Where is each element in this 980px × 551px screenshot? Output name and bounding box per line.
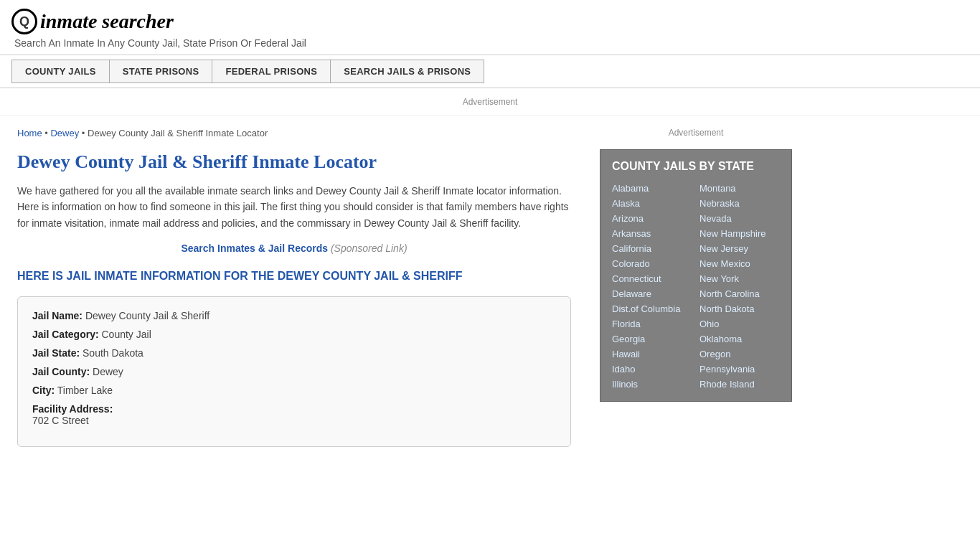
state-link[interactable]: Nevada [699, 212, 780, 225]
breadcrumb-current: Dewey County Jail & Sheriff Inmate Locat… [88, 128, 268, 138]
page-title: Dewey County Jail & Sheriff Inmate Locat… [17, 151, 571, 173]
state-link[interactable]: New York [699, 272, 780, 286]
breadcrumb: Home • Dewey • Dewey County Jail & Sheri… [17, 128, 571, 138]
sponsored-link-area: Search Inmates & Jail Records (Sponsored… [17, 242, 571, 254]
sponsored-link[interactable]: Search Inmates & Jail Records [181, 242, 328, 254]
logo-text: inmate searcher [40, 10, 174, 33]
state-link[interactable]: New Hampshire [699, 227, 780, 240]
county-jails-by-state-box: COUNTY JAILS BY STATE AlabamaMontanaAlas… [600, 149, 792, 402]
state-link[interactable]: Oklahoma [699, 332, 780, 346]
state-link[interactable]: Connecticut [612, 272, 692, 286]
city-value: Timber Lake [57, 385, 113, 396]
nav-county-jails[interactable]: COUNTY JAILS [11, 60, 110, 83]
state-link[interactable]: Montana [699, 182, 780, 195]
page-description: We have gathered for you all the availab… [17, 183, 571, 231]
jail-name-row: Jail Name: Dewey County Jail & Sheriff [32, 310, 556, 321]
state-link[interactable]: Dist.of Columbia [612, 302, 692, 316]
jail-category-row: Jail Category: County Jail [32, 329, 556, 340]
logo-area: Q inmate searcher [11, 9, 969, 34]
state-link[interactable]: Idaho [612, 362, 692, 376]
content-area: Home • Dewey • Dewey County Jail & Sheri… [0, 116, 588, 458]
state-link[interactable]: Nebraska [699, 197, 780, 210]
nav-bar: COUNTY JAILS STATE PRISONS FEDERAL PRISO… [0, 55, 980, 88]
jail-category-label: Jail Category: [32, 329, 99, 340]
states-grid: AlabamaMontanaAlaskaNebraskaArizonaNevad… [612, 182, 780, 391]
state-link[interactable]: New Jersey [699, 242, 780, 255]
jail-state-value: South Dakota [83, 347, 143, 359]
city-label: City: [32, 385, 55, 396]
nav-federal-prisons[interactable]: FEDERAL PRISONS [212, 60, 331, 83]
sponsored-suffix: (Sponsored Link) [331, 242, 407, 254]
state-link[interactable]: California [612, 242, 692, 255]
sidebar: Advertisement COUNTY JAILS BY STATE Alab… [588, 116, 804, 458]
facility-address-value: 702 C Street [32, 415, 556, 426]
facility-address-label: Facility Address: [32, 403, 113, 415]
city-row: City: Timber Lake [32, 385, 556, 396]
state-link[interactable]: North Dakota [699, 302, 780, 316]
facility-address-row: Facility Address: 702 C Street [32, 403, 556, 426]
logo-icon: Q [11, 9, 37, 34]
state-link[interactable]: Delaware [612, 287, 692, 301]
state-link[interactable]: Rhode Island [699, 377, 780, 391]
breadcrumb-home[interactable]: Home [17, 128, 42, 138]
state-link[interactable]: Florida [612, 317, 692, 331]
state-link[interactable]: Alaska [612, 197, 692, 210]
section-heading: HERE IS JAIL INMATE INFORMATION FOR THE … [17, 268, 571, 284]
state-link[interactable]: Oregon [699, 347, 780, 361]
jail-county-value: Dewey [93, 366, 123, 377]
ad-banner-top: Advertisement [0, 88, 980, 116]
county-jails-title: COUNTY JAILS BY STATE [612, 160, 780, 173]
main-layout: Home • Dewey • Dewey County Jail & Sheri… [0, 116, 980, 458]
state-link[interactable]: Pennsylvania [699, 362, 780, 376]
state-link[interactable]: Colorado [612, 257, 692, 270]
state-link[interactable]: Ohio [699, 317, 780, 331]
jail-category-value: County Jail [101, 329, 151, 340]
state-link[interactable]: Georgia [612, 332, 692, 346]
jail-state-label: Jail State: [32, 347, 80, 359]
state-link[interactable]: Arizona [612, 212, 692, 225]
tagline: Search An Inmate In Any County Jail, Sta… [14, 37, 969, 49]
info-box: Jail Name: Dewey County Jail & Sheriff J… [17, 296, 571, 447]
state-link[interactable]: Alabama [612, 182, 692, 195]
state-link[interactable]: Illinois [612, 377, 692, 391]
jail-county-label: Jail County: [32, 366, 90, 377]
jail-county-row: Jail County: Dewey [32, 366, 556, 377]
jail-name-label: Jail Name: [32, 310, 83, 321]
breadcrumb-parent[interactable]: Dewey [50, 128, 79, 138]
nav-state-prisons[interactable]: STATE PRISONS [110, 60, 213, 83]
nav-search-jails[interactable]: SEARCH JAILS & PRISONS [331, 60, 484, 83]
state-link[interactable]: Hawaii [612, 347, 692, 361]
jail-state-row: Jail State: South Dakota [32, 347, 556, 359]
state-link[interactable]: Arkansas [612, 227, 692, 240]
state-link[interactable]: New Mexico [699, 257, 780, 270]
sidebar-ad: Advertisement [600, 122, 792, 149]
jail-name-value: Dewey County Jail & Sheriff [85, 310, 209, 321]
site-header: Q inmate searcher Search An Inmate In An… [0, 0, 980, 55]
state-link[interactable]: North Carolina [699, 287, 780, 301]
